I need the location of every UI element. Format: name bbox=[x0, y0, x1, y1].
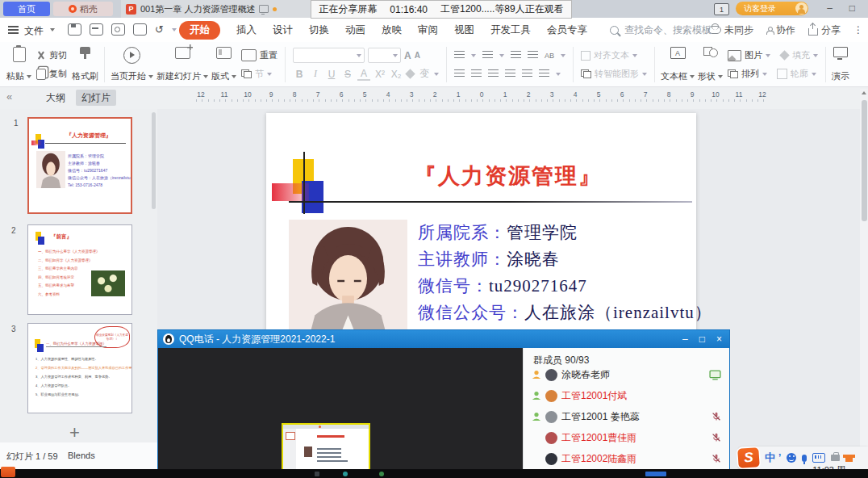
vertical-scrollbar[interactable] bbox=[860, 89, 868, 469]
decrease-indent-icon[interactable] bbox=[511, 51, 521, 60]
tab-view[interactable]: 视图 bbox=[454, 23, 474, 37]
tab-transition[interactable]: 切换 bbox=[309, 23, 329, 37]
taskbar-app-icon[interactable] bbox=[379, 472, 384, 476]
member-row[interactable]: 工管12001付斌 bbox=[532, 387, 724, 405]
arrange-button[interactable]: 排列 bbox=[728, 68, 767, 80]
outline-button[interactable]: 轮廓 bbox=[777, 68, 816, 80]
slide-text-line[interactable]: 微信号：tu290271647 bbox=[418, 275, 587, 297]
increase-indent-icon[interactable] bbox=[528, 51, 538, 60]
taskbar[interactable] bbox=[0, 469, 868, 478]
restore-button[interactable]: □ bbox=[849, 2, 855, 14]
qq-maximize-button[interactable]: □ bbox=[699, 333, 705, 345]
tab-devtools[interactable]: 开发工具 bbox=[490, 23, 531, 37]
add-slide-button[interactable]: + bbox=[69, 422, 80, 443]
taskbar-app-icon[interactable] bbox=[315, 472, 319, 476]
tab-slideshow[interactable]: 放映 bbox=[382, 23, 402, 37]
strikethrough-button[interactable]: S bbox=[341, 69, 354, 80]
bullet-list-icon[interactable] bbox=[454, 51, 465, 60]
member-row[interactable]: 工管12001曹佳雨 bbox=[532, 429, 724, 447]
slide-title[interactable]: 『人力资源管理』 bbox=[355, 161, 661, 191]
tab-home[interactable]: 首页 bbox=[3, 2, 50, 16]
minimize-button[interactable]: – bbox=[827, 2, 833, 14]
smartart-button[interactable]: 转智能图形 bbox=[581, 66, 647, 82]
underline-button[interactable]: U bbox=[325, 69, 338, 80]
paste-button[interactable]: 粘贴 bbox=[5, 44, 33, 85]
qq-call-window[interactable]: QQ电话 - 人力资源管理2021-2022-1 – □ × 群成员 90/93 bbox=[157, 329, 730, 478]
scrollbar-thumb[interactable] bbox=[862, 100, 867, 221]
layout-button[interactable]: 版式 bbox=[210, 44, 238, 85]
slide-thumbnail-1[interactable]: 『人力资源管理』 所属院系：管理学院主讲教师：涂晓春 微信号：tu2902716… bbox=[27, 117, 132, 214]
emoji-icon[interactable] bbox=[787, 453, 796, 463]
align-text-button[interactable]: 对齐文本 bbox=[581, 48, 647, 64]
collapse-sidebar-button[interactable]: « bbox=[6, 90, 12, 103]
reset-button[interactable]: 重置 bbox=[241, 48, 278, 64]
slide-thumbnail-3[interactable]: 职业发展规划《人力资源管理》！ 一、我们为什么要学《人力资源管理》 1、人力资源… bbox=[27, 323, 132, 413]
tab-animation[interactable]: 动画 bbox=[345, 23, 365, 37]
skin-icon[interactable] bbox=[845, 455, 853, 462]
voice-input-icon[interactable] bbox=[802, 455, 807, 462]
more-button[interactable]: ⋮ bbox=[853, 24, 863, 36]
copy-button[interactable]: 复制 bbox=[36, 66, 67, 82]
guest-login-button[interactable]: 访客登录 bbox=[736, 2, 808, 15]
tab-design[interactable]: 设计 bbox=[273, 23, 293, 37]
teacher-portrait-image[interactable] bbox=[289, 220, 407, 342]
subscript-button[interactable]: X₂ bbox=[390, 69, 403, 80]
qq-close-button[interactable]: × bbox=[716, 333, 722, 345]
italic-button[interactable]: I bbox=[309, 68, 322, 80]
tab-slides[interactable]: 幻灯片 bbox=[76, 90, 116, 106]
ime-toolbar[interactable]: S 中 ’ bbox=[739, 447, 868, 469]
shapes-button[interactable]: 形状 bbox=[696, 44, 724, 85]
superscript-button[interactable]: X² bbox=[373, 69, 386, 80]
section-button[interactable]: 节 bbox=[241, 66, 278, 82]
text-direction-button[interactable]: AB bbox=[545, 52, 554, 60]
save-button[interactable] bbox=[68, 23, 81, 36]
highlight-icon[interactable] bbox=[405, 69, 415, 78]
slide-thumbnail-2[interactable]: 『前言』 一、我们为什么要学《人力资源管理》二、我们如何学《人力资源管理》 三、… bbox=[27, 224, 132, 315]
collaborate-button[interactable]: 协作 bbox=[766, 23, 795, 37]
format-painter-button[interactable]: 格式刷 bbox=[70, 44, 100, 85]
member-row[interactable]: 工管12002陆鑫雨 bbox=[532, 450, 724, 468]
ime-mode-toggle[interactable]: 中 bbox=[765, 451, 775, 465]
taskbar-active-app[interactable] bbox=[645, 472, 666, 476]
qq-minimize-button[interactable]: – bbox=[682, 333, 688, 345]
distribute-icon[interactable] bbox=[522, 69, 532, 78]
search-input[interactable]: 查找命令、搜索模板 bbox=[610, 23, 712, 37]
cut-button[interactable]: 剪切 bbox=[36, 48, 67, 64]
taskbar-start-icon[interactable] bbox=[1, 467, 15, 477]
member-row[interactable]: 涂晓春老师 bbox=[532, 366, 724, 384]
grow-font-button[interactable]: A bbox=[404, 50, 411, 61]
slide-text-line[interactable]: 所属院系：管理学院 bbox=[418, 221, 578, 244]
bold-button[interactable]: B bbox=[293, 69, 306, 80]
justify-icon[interactable] bbox=[505, 69, 515, 78]
align-center-icon[interactable] bbox=[471, 69, 482, 78]
sogou-logo-icon[interactable]: S bbox=[737, 447, 760, 468]
line-spacing-icon[interactable] bbox=[539, 69, 549, 78]
keyboard-icon[interactable] bbox=[812, 453, 825, 463]
font-size-select[interactable] bbox=[368, 48, 401, 63]
member-row[interactable]: 工管12001 姜艳蕊 bbox=[532, 408, 724, 426]
print-preview-button[interactable] bbox=[111, 23, 125, 36]
window-count-badge[interactable]: 1 bbox=[714, 3, 729, 15]
taskbar-app-icon[interactable] bbox=[343, 472, 348, 476]
screen-share-banner[interactable]: 正在分享屏幕 01:16:40 工管1200.....等89人正在观看 bbox=[311, 0, 572, 19]
share-button[interactable]: 分享 bbox=[808, 23, 841, 37]
undo-button[interactable]: ↺ bbox=[155, 24, 164, 35]
punctuation-toggle[interactable]: ’ bbox=[778, 452, 781, 463]
align-left-icon[interactable] bbox=[454, 69, 465, 78]
sync-status-button[interactable]: 未同步 bbox=[708, 23, 753, 37]
tab-outline[interactable]: 大纲 bbox=[39, 90, 73, 106]
output-button[interactable] bbox=[133, 23, 147, 36]
slide-text-line[interactable]: 微信公众号：人在旅涂（irenzailvtu） bbox=[418, 301, 712, 324]
play-from-page-button[interactable]: 当页开始 bbox=[109, 44, 155, 85]
font-color-button[interactable]: A bbox=[357, 68, 370, 81]
tab-member[interactable]: 会员专享 bbox=[547, 23, 587, 37]
scroll-up-icon[interactable] bbox=[862, 91, 866, 94]
picture-button[interactable]: 图片 bbox=[728, 49, 770, 61]
hamburger-icon[interactable] bbox=[8, 26, 19, 27]
file-menu[interactable]: 文件 bbox=[24, 24, 44, 38]
slide-text-line[interactable]: 主讲教师：涂晓春 bbox=[418, 248, 560, 270]
tab-insert[interactable]: 插入 bbox=[236, 23, 257, 37]
new-slide-button[interactable]: 新建幻灯片 bbox=[155, 44, 210, 85]
shrink-font-button[interactable]: A bbox=[415, 51, 420, 60]
qq-title-bar[interactable]: QQ电话 - 人力资源管理2021-2022-1 – □ × bbox=[158, 330, 729, 348]
